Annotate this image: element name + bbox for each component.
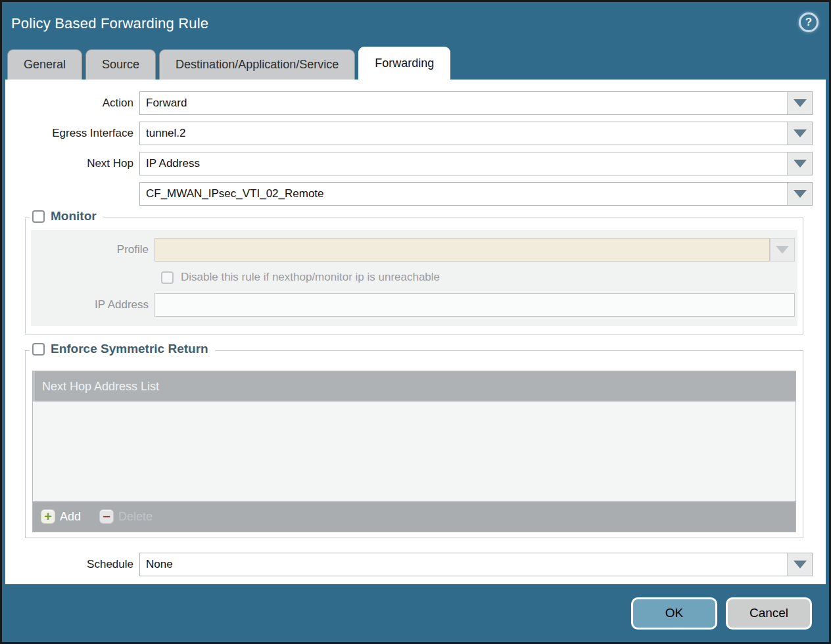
cancel-button-label: Cancel <box>749 606 788 620</box>
tab-destination-label: Destination/Application/Service <box>176 58 339 72</box>
next-hop-address-row: CF_MWAN_IPsec_VTI_02_Remote <box>11 182 813 206</box>
monitor-legend-label: Monitor <box>51 209 97 223</box>
action-value: Forward <box>140 92 787 114</box>
chevron-down-icon <box>794 160 807 168</box>
disable-rule-row: Disable this rule if nexthop/monitor ip … <box>161 271 795 284</box>
disable-rule-checkbox <box>161 271 174 284</box>
monitor-ip-input <box>154 293 795 317</box>
next-hop-address-select[interactable]: CF_MWAN_IPsec_VTI_02_Remote <box>139 182 813 206</box>
plus-icon: + <box>41 509 55 524</box>
table-header-next-hop-address-list: Next Hop Address List <box>33 371 795 402</box>
schedule-value: None <box>140 553 787 576</box>
disable-rule-label: Disable this rule if nexthop/monitor ip … <box>181 271 440 284</box>
ok-button-label: OK <box>665 606 683 620</box>
minus-glyph: − <box>103 510 110 523</box>
dialog-titlebar: Policy Based Forwarding Rule ? <box>2 2 829 45</box>
table-body-empty[interactable] <box>33 402 795 501</box>
action-row: Action Forward <box>11 91 813 115</box>
monitor-ip-row: IP Address <box>31 293 795 317</box>
action-select[interactable]: Forward <box>139 91 813 115</box>
forwarding-tab-panel: Action Forward Egress Interface tunnel.2… <box>5 80 826 584</box>
schedule-dropdown-button[interactable] <box>787 553 812 576</box>
chevron-down-icon <box>794 99 807 107</box>
tab-forwarding-label: Forwarding <box>375 57 434 70</box>
egress-interface-label: Egress Interface <box>11 127 139 140</box>
next-hop-dropdown-button[interactable] <box>787 152 812 175</box>
delete-button: − Delete <box>99 509 153 524</box>
next-hop-value: IP Address <box>140 152 787 175</box>
schedule-row: Schedule None <box>11 553 813 576</box>
tab-bar: General Source Destination/Application/S… <box>2 45 829 80</box>
tab-source[interactable]: Source <box>85 49 156 80</box>
chevron-down-icon <box>794 190 807 198</box>
add-button[interactable]: + Add <box>41 509 81 524</box>
symmetric-return-legend-label: Enforce Symmetric Return <box>51 342 208 356</box>
delete-button-label: Delete <box>118 510 153 524</box>
symmetric-return-legend: Enforce Symmetric Return <box>30 342 215 356</box>
dialog-title: Policy Based Forwarding Rule <box>11 15 208 32</box>
egress-interface-select[interactable]: tunnel.2 <box>139 122 813 145</box>
tab-destination-application-service[interactable]: Destination/Application/Service <box>159 49 355 80</box>
profile-row: Profile <box>31 238 795 262</box>
egress-dropdown-button[interactable] <box>787 122 812 145</box>
next-hop-address-list-table: Next Hop Address List + Add − Delete <box>32 371 796 532</box>
symmetric-return-section: Enforce Symmetric Return Next Hop Addres… <box>25 350 803 538</box>
monitor-section: Monitor Profile Disable this rule if nex… <box>25 218 803 334</box>
help-icon[interactable]: ? <box>799 12 819 32</box>
next-hop-label: Next Hop <box>11 157 139 170</box>
cancel-button[interactable]: Cancel <box>726 597 812 630</box>
chevron-down-icon <box>794 129 807 137</box>
next-hop-select[interactable]: IP Address <box>139 152 813 175</box>
chevron-down-icon <box>794 561 807 568</box>
next-hop-address-value: CF_MWAN_IPsec_VTI_02_Remote <box>140 183 787 205</box>
action-dropdown-button[interactable] <box>787 92 812 114</box>
schedule-select[interactable]: None <box>139 553 813 576</box>
table-header-label: Next Hop Address List <box>42 380 159 394</box>
monitor-checkbox[interactable] <box>32 210 45 223</box>
schedule-label: Schedule <box>11 558 139 571</box>
action-label: Action <box>11 97 139 110</box>
tab-general[interactable]: General <box>7 49 82 80</box>
help-glyph: ? <box>805 16 812 29</box>
monitor-ip-label: IP Address <box>31 298 154 311</box>
minus-icon: − <box>99 509 114 524</box>
profile-label: Profile <box>31 243 154 256</box>
monitor-legend: Monitor <box>30 209 103 223</box>
tab-general-label: General <box>24 58 66 72</box>
tab-forwarding[interactable]: Forwarding <box>358 47 450 80</box>
add-button-label: Add <box>60 510 81 524</box>
plus-glyph: + <box>44 510 52 523</box>
next-hop-row: Next Hop IP Address <box>11 152 813 175</box>
ok-button[interactable]: OK <box>631 597 717 630</box>
table-footer-toolbar: + Add − Delete <box>33 501 795 532</box>
chevron-down-icon <box>776 246 789 254</box>
pbf-rule-dialog: Policy Based Forwarding Rule ? General S… <box>0 0 831 644</box>
egress-interface-row: Egress Interface tunnel.2 <box>11 122 813 145</box>
tab-source-label: Source <box>102 58 139 72</box>
dialog-footer: OK Cancel <box>2 584 829 642</box>
profile-field <box>154 238 770 262</box>
profile-select-disabled <box>770 238 795 262</box>
symmetric-return-checkbox[interactable] <box>32 343 45 356</box>
egress-interface-value: tunnel.2 <box>140 122 787 145</box>
profile-dropdown-button <box>770 238 795 262</box>
next-hop-address-dropdown-button[interactable] <box>787 183 812 205</box>
monitor-panel: Profile Disable this rule if nexthop/mon… <box>31 230 797 326</box>
